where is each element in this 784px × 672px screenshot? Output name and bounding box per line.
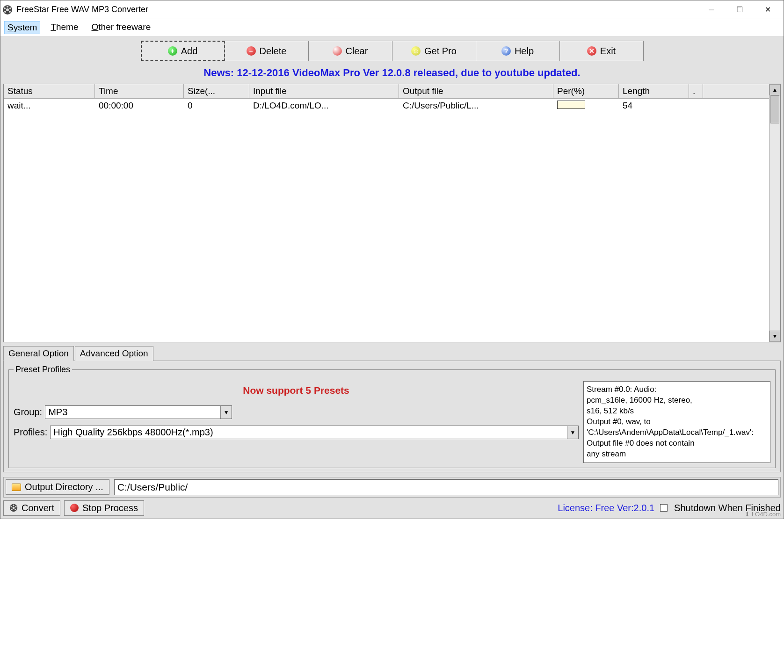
delete-label: Delete — [260, 46, 287, 57]
shutdown-checkbox[interactable] — [660, 504, 668, 512]
svg-point-13 — [10, 506, 12, 507]
cell-size: 0 — [184, 99, 249, 113]
tab-advanced-option[interactable]: Advanced Option — [75, 346, 153, 361]
group-label: Group: — [14, 407, 42, 418]
th-per[interactable]: Per(%) — [553, 84, 619, 98]
vertical-scrollbar[interactable]: ▲ ▼ — [769, 84, 780, 342]
cell-status: wait... — [4, 99, 95, 113]
group-combobox[interactable]: MP3 ▼ — [45, 405, 232, 419]
svg-point-2 — [7, 6, 8, 7]
add-button[interactable]: +Add — [141, 41, 225, 61]
chevron-down-icon[interactable]: ▼ — [220, 406, 232, 419]
svg-point-12 — [11, 509, 12, 510]
preset-profiles-fieldset: Preset Profiles Now support 5 Presets Gr… — [8, 365, 776, 468]
license-text: License: Free Ver:2.0.1 — [558, 503, 654, 513]
getpro-button[interactable]: ☺Get Pro — [392, 41, 476, 61]
cell-output: C:/Users/Public/L... — [399, 99, 553, 113]
profiles-label: Profiles: — [14, 427, 47, 438]
news-banner: News: 12-12-2016 VideoMax Pro Ver 12.0.8… — [3, 65, 781, 84]
th-ext[interactable]: . — [689, 84, 703, 98]
th-output[interactable]: Output file — [399, 84, 553, 98]
toolbar: +Add –Delete Clear ☺Get Pro ?Help ✕Exit — [141, 41, 644, 61]
exit-label: Exit — [600, 46, 616, 57]
close-button[interactable]: ✕ — [754, 1, 782, 18]
chevron-down-icon[interactable]: ▼ — [567, 426, 578, 439]
add-label: Add — [181, 46, 198, 57]
profiles-value: High Quality 256kbps 48000Hz(*.mp3) — [53, 427, 213, 437]
file-table: Status Time Size(... Input file Output f… — [3, 84, 781, 342]
svg-point-11 — [15, 509, 16, 510]
group-value: MP3 — [48, 407, 67, 417]
th-length[interactable]: Length — [619, 84, 689, 98]
menubar: System Theme Other freeware — [0, 19, 784, 36]
smiley-icon: ☺ — [411, 46, 421, 56]
menu-other-freeware[interactable]: Other freeware — [89, 21, 154, 34]
general-option-panel: Preset Profiles Now support 5 Presets Gr… — [3, 361, 781, 472]
table-row[interactable]: wait... 00:00:00 0 D:/LO4D.com/LO... C:/… — [4, 99, 769, 113]
tab-general-option[interactable]: General Option — [3, 346, 74, 361]
cell-per — [553, 99, 619, 113]
delete-button[interactable]: –Delete — [225, 41, 309, 61]
exit-button[interactable]: ✕Exit — [559, 41, 644, 61]
convert-button[interactable]: Convert — [3, 500, 60, 516]
stop-process-button[interactable]: Stop Process — [64, 500, 144, 516]
plus-icon: + — [168, 46, 177, 56]
th-time[interactable]: Time — [95, 84, 184, 98]
menu-system[interactable]: System — [4, 21, 40, 34]
convert-label: Convert — [22, 503, 54, 513]
folder-icon — [12, 484, 21, 491]
clear-label: Clear — [346, 46, 368, 57]
scroll-down-icon[interactable]: ▼ — [769, 331, 780, 342]
scroll-up-icon[interactable]: ▲ — [769, 84, 780, 95]
preset-support-text: Now support 5 Presets — [14, 381, 579, 405]
svg-point-4 — [9, 11, 11, 13]
window-title: FreeStar Free WAV MP3 Converter — [16, 5, 697, 14]
svg-point-5 — [4, 11, 6, 13]
scroll-thumb[interactable] — [770, 95, 779, 123]
question-icon: ? — [501, 46, 511, 56]
titlebar: FreeStar Free WAV MP3 Converter ─ ☐ ✕ — [0, 0, 784, 19]
table-header: Status Time Size(... Input file Output f… — [4, 84, 769, 99]
svg-point-3 — [9, 7, 11, 9]
profiles-combobox[interactable]: High Quality 256kbps 48000Hz(*.mp3) ▼ — [50, 426, 579, 439]
minimize-button[interactable]: ─ — [697, 1, 726, 18]
log-output: Stream #0.0: Audio: pcm_s16le, 16000 Hz,… — [583, 381, 770, 463]
preset-legend: Preset Profiles — [14, 365, 72, 375]
cell-input: D:/LO4D.com/LO... — [249, 99, 399, 113]
stop-label: Stop Process — [82, 503, 138, 513]
th-input[interactable]: Input file — [249, 84, 399, 98]
clear-icon — [333, 46, 342, 56]
menu-theme[interactable]: Theme — [48, 21, 81, 34]
watermark: ⬇ LO4D.com — [745, 511, 781, 518]
output-directory-button[interactable]: Output Directory ... — [6, 479, 109, 495]
x-icon: ✕ — [587, 46, 596, 56]
th-size[interactable]: Size(... — [184, 84, 249, 98]
help-button[interactable]: ?Help — [476, 41, 560, 61]
maximize-button[interactable]: ☐ — [726, 1, 754, 18]
output-directory-label: Output Directory ... — [25, 482, 103, 492]
minus-icon: – — [247, 46, 256, 56]
getpro-label: Get Pro — [424, 46, 457, 57]
cell-time: 00:00:00 — [95, 99, 184, 113]
app-icon — [2, 5, 13, 15]
svg-point-8 — [13, 507, 15, 509]
progress-box — [557, 101, 585, 109]
svg-point-10 — [15, 506, 16, 507]
svg-point-1 — [6, 8, 9, 11]
svg-point-6 — [4, 7, 6, 9]
reel-icon — [9, 504, 18, 512]
help-label: Help — [515, 46, 534, 57]
output-directory-input[interactable]: C:/Users/Public/ — [114, 479, 778, 495]
svg-point-9 — [13, 505, 14, 506]
clear-button[interactable]: Clear — [308, 41, 392, 61]
stop-icon — [70, 504, 79, 512]
cell-length: 54 — [619, 99, 689, 113]
th-status[interactable]: Status — [4, 84, 95, 98]
